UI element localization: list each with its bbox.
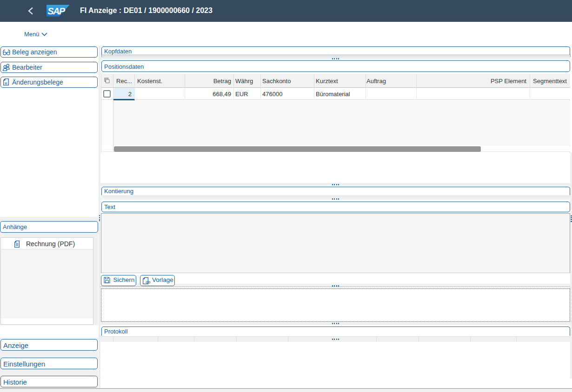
svg-text:SAP: SAP: [47, 6, 66, 16]
